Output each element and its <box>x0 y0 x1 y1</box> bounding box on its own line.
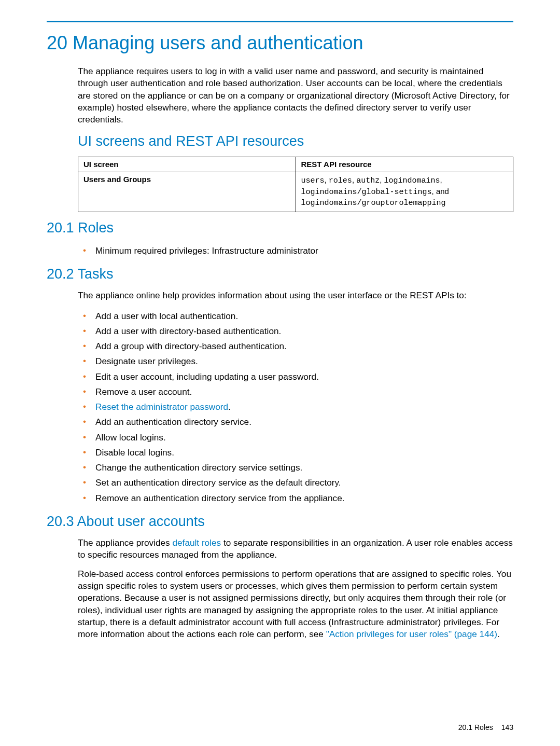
list-item: Add an authentication directory service. <box>78 415 513 430</box>
intro-paragraph: The appliance requires users to log in w… <box>78 65 513 126</box>
list-item: Change the authentication directory serv… <box>78 460 513 475</box>
table-row: Users and Groups users, roles, authz, lo… <box>78 172 513 212</box>
tasks-block: The appliance online help provides infor… <box>78 289 513 506</box>
chapter-title: 20 Managing users and authentication <box>47 32 513 54</box>
table-cell-rest: users, roles, authz, logindomains, login… <box>296 172 513 212</box>
about-heading: 20.3 About user accounts <box>47 513 513 531</box>
ui-rest-table: UI screen REST API resource Users and Gr… <box>78 157 513 212</box>
table-header-rest: REST API resource <box>296 157 513 172</box>
list-item: Disable local logins. <box>78 445 513 460</box>
default-roles-link[interactable]: default roles <box>173 537 221 548</box>
chapter-name: Managing users and authentication <box>73 32 363 53</box>
table-cell-ui: Users and Groups <box>78 172 296 212</box>
list-item: Edit a user account, including updating … <box>78 369 513 384</box>
action-privileges-link[interactable]: "Action privileges for user roles" (page… <box>326 629 497 639</box>
tasks-intro: The appliance online help provides infor… <box>78 289 513 301</box>
list-item: Remove an authentication directory servi… <box>78 491 513 506</box>
chapter-number: 20 <box>47 32 67 53</box>
list-item: Set an authentication directory service … <box>78 475 513 490</box>
top-rule <box>47 21 513 22</box>
ui-rest-heading: UI screens and REST API resources <box>78 133 513 150</box>
about-p2: Role-based access control enforces permi… <box>78 568 513 640</box>
footer-section: 20.1 Roles <box>458 723 493 731</box>
page-footer: 20.1 Roles 143 <box>458 723 513 731</box>
list-item: Remove a user account. <box>78 384 513 399</box>
roles-block: Minimum required privileges: Infrastruct… <box>78 243 513 258</box>
about-p1: The appliance provides default roles to … <box>78 537 513 561</box>
page: 20 Managing users and authentication The… <box>0 0 560 746</box>
tasks-list: Add a user with local authentication. Ad… <box>78 309 513 506</box>
roles-heading: 20.1 Roles <box>47 219 513 237</box>
table-header-ui: UI screen <box>78 157 296 172</box>
list-item: Designate user privileges. <box>78 354 513 369</box>
table-header-row: UI screen REST API resource <box>78 157 513 172</box>
list-item: Reset the administrator password. <box>78 399 513 415</box>
list-item: Add a user with directory-based authenti… <box>78 324 513 339</box>
reset-admin-password-link[interactable]: Reset the administrator password <box>95 402 228 412</box>
roles-list: Minimum required privileges: Infrastruct… <box>78 243 513 258</box>
tasks-heading: 20.2 Tasks <box>47 266 513 283</box>
list-item: Add a user with local authentication. <box>78 309 513 324</box>
intro-block: The appliance requires users to log in w… <box>78 65 513 212</box>
list-item: Allow local logins. <box>78 430 513 445</box>
about-block: The appliance provides default roles to … <box>78 537 513 641</box>
list-item: Add a group with directory-based authent… <box>78 339 513 354</box>
list-item: Minimum required privileges: Infrastruct… <box>78 243 513 258</box>
footer-page-number: 143 <box>501 723 513 731</box>
